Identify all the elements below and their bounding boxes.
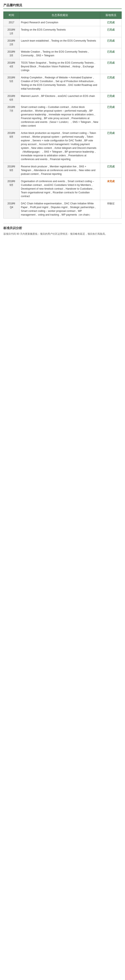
table-cell-eco: Reserve block producer，Member registrati… — [19, 163, 100, 178]
table-cell-time: 2018年 9月 — [3, 178, 19, 200]
table-row: 2018年 2月Launch team established，Testing … — [3, 37, 122, 48]
table-cell-eco: Smart contract coding – Custodian contra… — [19, 103, 100, 129]
table-cell-status: 已完成 — [100, 74, 122, 92]
table-cell-time: 2018年 7月 — [3, 103, 19, 129]
table-cell-time: 2017 — [3, 19, 19, 26]
analysis-section: 标准共识分析 该项目代码 90 天内更新频度低；项目的用户社区运营情况：项目略有… — [3, 223, 122, 236]
table-cell-status: 已完成 — [100, 129, 122, 163]
table-row: 2018年 Q4DAC Chain Initiative experimenta… — [3, 200, 122, 218]
table-cell-eco: Testing on the EOS Community Testnets — [19, 26, 100, 37]
product-fulfillment-table: 时间 生态系统规划 落地情况 2017Project Research and … — [3, 11, 122, 218]
table-row: 2018年 7月Smart contract coding – Custodia… — [3, 103, 122, 129]
table-cell-time: 2018年 8月 — [3, 129, 19, 163]
table-cell-time: 2018年 2月 — [3, 37, 19, 48]
table-cell-eco: Website Creation，Testing on the EOS Comm… — [19, 48, 100, 59]
table-cell-eco: Organisation of conferences and events，S… — [19, 178, 100, 200]
table-cell-status: 未完成 — [100, 178, 122, 200]
analysis-text: 该项目代码 90 天内更新频度低；项目的用户社区运营情况：项目略有延迟，项目执行… — [3, 232, 122, 236]
table-cell-status: 已完成 — [100, 26, 122, 37]
col-header-time: 时间 — [3, 12, 19, 19]
table-cell-time: 2018年 4月 — [3, 59, 19, 74]
table-row: 2018年 5月Airdrop Completion，Redesign of W… — [3, 74, 122, 92]
table-row: 2018年 6月Mainnet Launch，BP Elections，eosD… — [3, 92, 122, 103]
table-cell-eco: Launch team established，Testing on the E… — [19, 37, 100, 48]
page-container: 产品履约情况 时间 生态系统规划 落地情况 2017Project Resear… — [0, 0, 125, 240]
table-cell-status: 已完成 — [100, 92, 122, 103]
table-cell-time: 2018年 1月 — [3, 26, 19, 37]
table-cell-eco: Mainnet Launch，BP Elections，eosDAC Launc… — [19, 92, 100, 103]
table-cell-status: 已完成 — [100, 48, 122, 59]
table-cell-time: 2018年 Q4 — [3, 200, 19, 218]
table-cell-time: 2018年 5月 — [3, 74, 19, 92]
table-cell-status: 已完成 — [100, 103, 122, 129]
table-cell-time: 2018年 9月 — [3, 163, 19, 178]
table-row: 2018年 1月Testing on the EOS Community Tes… — [3, 26, 122, 37]
table-row: 2018年 4月TEOS Token Snapshot，Testing on t… — [3, 59, 122, 74]
col-header-eco: 生态系统规划 — [19, 12, 100, 19]
table-cell-status: 已完成 — [100, 19, 122, 26]
table-cell-time: 2018年 6月 — [3, 92, 19, 103]
table-row: 2018年 8月Active block production as requi… — [3, 129, 122, 163]
table-cell-eco: Project Research and Conception — [19, 19, 100, 26]
table-cell-status: 已完成 — [100, 163, 122, 178]
table-cell-eco: DAC Chain Initiative experimentation，DAC… — [19, 200, 100, 218]
table-cell-eco: Active block production as required，Smar… — [19, 129, 100, 163]
table-cell-eco: TEOS Token Snapshot，Testing on the EOS C… — [19, 59, 100, 74]
table-row: 2018年 3月Website Creation，Testing on the … — [3, 48, 122, 59]
table-cell-status: 待验证 — [100, 200, 122, 218]
col-header-status: 落地情况 — [100, 12, 122, 19]
analysis-title: 标准共识分析 — [3, 226, 122, 230]
table-cell-status: 已完成 — [100, 37, 122, 48]
table-row: 2017Project Research and Conception已完成 — [3, 19, 122, 26]
table-row: 2018年 9月Organisation of conferences and … — [3, 178, 122, 200]
table-cell-status: 已完成 — [100, 59, 122, 74]
section-title: 产品履约情况 — [3, 3, 122, 9]
table-cell-eco: Airdrop Completion，Redesign of Website +… — [19, 74, 100, 92]
table-row: 2018年 9月Reserve block producer，Member re… — [3, 163, 122, 178]
table-cell-time: 2018年 3月 — [3, 48, 19, 59]
